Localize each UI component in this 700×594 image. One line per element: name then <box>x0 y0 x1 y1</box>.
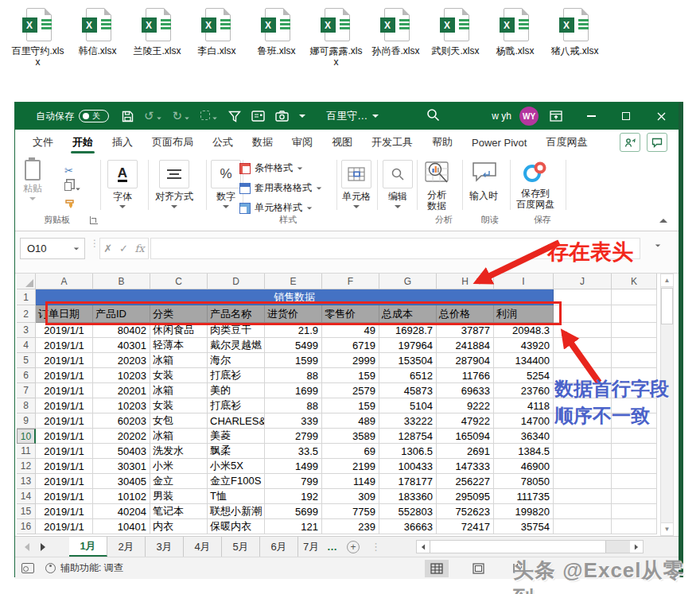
grid-cell[interactable] <box>554 338 612 353</box>
page-layout-view-icon[interactable] <box>466 560 490 577</box>
grid-cell[interactable] <box>554 519 612 534</box>
col-header[interactable]: H <box>437 274 494 289</box>
grid-cell[interactable] <box>554 413 612 429</box>
grid-cell[interactable]: 1699 <box>265 383 322 398</box>
col-header[interactable]: C <box>150 274 208 289</box>
analyze-data-button[interactable]: 分析数据 <box>423 160 450 212</box>
grid-cell[interactable]: 295095 <box>437 489 494 504</box>
document-title-area[interactable]: 百里守… <box>326 109 379 123</box>
grid-cell[interactable]: 保暖内衣 <box>208 519 265 534</box>
col-header[interactable]: K <box>612 274 657 289</box>
grid-cell[interactable]: 78050 <box>494 474 554 489</box>
clipboard-dialog-launcher-icon[interactable] <box>90 216 98 224</box>
grid-cell[interactable]: 159 <box>322 368 379 383</box>
ribbon-tab[interactable]: 开发工具 <box>362 130 422 155</box>
grid-cell[interactable]: 戴尔灵越燃 <box>208 338 265 353</box>
grid-cell[interactable]: 88 <box>265 398 322 413</box>
minimize-button[interactable] <box>574 103 609 130</box>
row-header[interactable]: 10 <box>17 429 36 444</box>
enter-icon[interactable]: ✓ <box>119 243 128 254</box>
grid-cell[interactable] <box>612 429 657 444</box>
ribbon-tab[interactable]: 审阅 <box>282 130 322 155</box>
col-header[interactable]: F <box>322 274 379 289</box>
grid-cell[interactable]: 打底衫 <box>208 398 265 413</box>
grid-cell[interactable]: 2799 <box>265 429 322 444</box>
grid-cell[interactable]: 153504 <box>379 353 437 368</box>
grid-cell[interactable]: 33222 <box>379 413 437 429</box>
grid-cell[interactable] <box>612 519 657 534</box>
grid-cell[interactable]: 69633 <box>437 383 494 398</box>
normal-view-icon[interactable] <box>425 560 449 577</box>
grid-cell[interactable]: 9222 <box>437 398 494 413</box>
autosave-toggle[interactable]: 关 <box>79 110 109 122</box>
grid-cell[interactable]: 40301 <box>93 338 150 353</box>
grid-cell[interactable]: 飘柔 <box>208 444 265 459</box>
grid-cell[interactable] <box>612 474 657 489</box>
hscroll-right-icon[interactable] <box>630 541 643 553</box>
grid-cell[interactable]: 50403 <box>93 444 150 459</box>
formula-input[interactable] <box>150 238 640 259</box>
expand-formula-bar-icon[interactable] <box>655 244 660 247</box>
grid-cell[interactable]: 2199 <box>322 459 379 474</box>
grid-cell[interactable]: 35754 <box>494 519 554 534</box>
row-header[interactable]: 6 <box>17 368 36 383</box>
sheet-tabs-overflow[interactable]: … <box>324 537 340 557</box>
row-header[interactable]: 7 <box>17 383 36 398</box>
grid-cell[interactable]: 2019/1/1 <box>36 429 93 444</box>
grid-cell[interactable]: 20202 <box>93 429 150 444</box>
col-header[interactable]: E <box>265 274 322 289</box>
row-header[interactable]: 2 <box>17 305 36 323</box>
font-group-button[interactable]: A 字体 <box>107 160 138 208</box>
grid-cell[interactable] <box>612 504 657 519</box>
col-header[interactable]: B <box>93 274 150 289</box>
cut-icon[interactable]: ✂ <box>64 165 81 177</box>
grid-cell[interactable]: 2019/1/1 <box>36 519 93 534</box>
grid-cell[interactable]: 36340 <box>494 429 554 444</box>
grid-cell[interactable]: 海尔 <box>208 353 265 368</box>
grid-cell[interactable]: 联想小新潮 <box>208 504 265 519</box>
desktop-file[interactable]: X 武则天.xlsx <box>429 6 482 68</box>
grid-cell[interactable] <box>612 444 657 459</box>
name-box[interactable]: O10 <box>20 238 85 259</box>
grid-cell[interactable]: 309 <box>322 489 379 504</box>
grid-cell[interactable]: 192 <box>265 489 322 504</box>
grid-cell[interactable] <box>612 489 657 504</box>
grid-cell[interactable]: 2019/1/1 <box>36 444 93 459</box>
row-header[interactable]: 5 <box>17 353 36 368</box>
grid-cell[interactable]: 2019/1/1 <box>36 413 93 429</box>
grid-cell[interactable]: 88 <box>265 368 322 383</box>
grid-cell[interactable] <box>554 489 612 504</box>
grid-cell[interactable]: 6512 <box>379 368 437 383</box>
grid-cell[interactable]: 30301 <box>93 459 150 474</box>
grid-cell[interactable]: 冰箱 <box>150 429 208 444</box>
grid-cell[interactable]: 女包 <box>150 413 208 429</box>
row-header[interactable]: 11 <box>17 444 36 459</box>
grid-cell[interactable]: 111735 <box>494 489 554 504</box>
grid-cell[interactable]: 45873 <box>379 383 437 398</box>
grid-cell[interactable]: 134400 <box>494 353 554 368</box>
grid-cell[interactable]: 40204 <box>93 504 150 519</box>
desktop-file[interactable]: X 韩信.xlsx <box>71 6 124 68</box>
grid-cell[interactable]: 10401 <box>93 519 150 534</box>
grid-cell[interactable]: 159 <box>322 398 379 413</box>
grid-cell[interactable]: 10203 <box>93 398 150 413</box>
filter-icon[interactable] <box>228 111 241 122</box>
sheet-tab[interactable]: 7月 <box>298 537 324 557</box>
search-icon[interactable] <box>426 108 440 124</box>
copy-icon[interactable] <box>64 182 81 193</box>
number-group-button[interactable]: % 数字 <box>211 160 241 208</box>
desktop-file[interactable]: X 百里守约.xlsx <box>11 6 64 68</box>
col-header[interactable]: I <box>494 274 554 289</box>
desktop-file[interactable]: X 猪八戒.xlsx <box>548 6 601 68</box>
grid-cell[interactable]: 2019/1/1 <box>36 489 93 504</box>
macro-record-icon[interactable] <box>21 563 34 573</box>
grid-cell[interactable]: 2019/1/1 <box>36 459 93 474</box>
ribbon-tab[interactable]: 帮助 <box>422 130 462 155</box>
grid-cell[interactable]: 241884 <box>437 338 494 353</box>
grid-cell[interactable]: 46900 <box>494 459 554 474</box>
grid-cell[interactable]: 2019/1/1 <box>36 504 93 519</box>
grid-cell[interactable]: 23760 <box>494 383 554 398</box>
grid-cell[interactable]: 1384.5 <box>494 444 554 459</box>
undo-icon[interactable]: ↺ <box>144 109 162 123</box>
grid-cell[interactable]: 1499 <box>265 459 322 474</box>
